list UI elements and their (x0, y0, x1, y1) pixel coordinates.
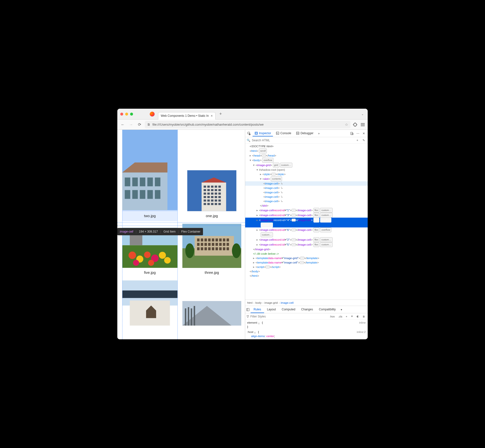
new-tab-button[interactable]: + (219, 111, 222, 117)
image-cell[interactable]: one.jpg (182, 130, 241, 221)
eyedropper-icon[interactable]: ✎ (361, 138, 366, 143)
minimize-window-button[interactable] (125, 113, 128, 116)
dom-search-bar: 🔍 + ✎ (245, 137, 368, 144)
caption: five.jpg (144, 268, 156, 278)
url-text: file:///Users/myobie/src/github.com/myob… (152, 123, 343, 126)
address-bar[interactable]: 🗎 file:///Users/myobie/src/github.com/my… (145, 121, 350, 128)
breadcrumb-item[interactable]: html (247, 301, 253, 304)
tooltip-grid: Grid Item (163, 230, 175, 233)
app-menu-icon[interactable] (360, 122, 365, 127)
svg-rect-20 (204, 189, 206, 191)
add-node-icon[interactable]: + (355, 138, 360, 143)
svg-rect-33 (215, 196, 217, 198)
svg-point-54 (148, 260, 154, 266)
browser-tab[interactable]: Web Components 1 Demo • Static In × (158, 112, 216, 119)
image-one (187, 170, 236, 211)
svg-rect-26 (207, 193, 210, 195)
svg-rect-42 (211, 203, 214, 205)
svg-rect-34 (218, 196, 221, 198)
close-tab-icon[interactable]: × (211, 114, 213, 118)
svg-rect-61 (201, 238, 203, 241)
svg-rect-31 (207, 196, 210, 198)
reload-button[interactable]: ⟳ (136, 122, 142, 128)
svg-rect-44 (218, 203, 221, 205)
sidebar-toggle-icon[interactable] (245, 308, 251, 311)
rules-tab-computed[interactable]: Computed (279, 306, 298, 313)
devtools-panel: Inspector Console Debugger » ⋯ ✕ 🔍 + ✎ <… (245, 130, 368, 339)
svg-rect-24 (218, 189, 221, 191)
devtools-menu-icon[interactable]: ⋯ (355, 131, 360, 136)
image-cell[interactable] (182, 280, 241, 326)
rules-tabs: Rules Layout Computed Changes Compatibil… (245, 306, 368, 313)
caption: one.jpg (206, 211, 218, 221)
tab-console[interactable]: Console (274, 131, 293, 136)
responsive-mode-icon[interactable] (350, 131, 354, 136)
rules-tab-rules[interactable]: Rules (251, 306, 264, 313)
rules-tab-compatibility[interactable]: Compatibility (316, 306, 339, 313)
svg-rect-81 (208, 247, 211, 250)
rules-body[interactable]: inlineelement { } inline:2:host { align-… (245, 320, 368, 339)
tab-debugger[interactable]: Debugger (294, 131, 315, 136)
more-tabs-icon[interactable]: » (316, 131, 321, 136)
svg-rect-22 (211, 189, 214, 191)
svg-rect-78 (197, 247, 200, 250)
svg-rect-80 (204, 247, 207, 250)
pick-element-icon[interactable] (247, 131, 252, 136)
svg-rect-35 (204, 199, 206, 201)
tabs-dropdown-icon[interactable]: ⌄ (361, 112, 365, 116)
image-four (122, 280, 177, 326)
print-media-icon[interactable]: 🗎 (362, 315, 366, 318)
svg-rect-56 (130, 235, 142, 245)
svg-rect-104 (351, 132, 352, 135)
svg-rect-72 (208, 243, 211, 246)
cls-button[interactable]: .cls (337, 315, 343, 318)
svg-rect-66 (219, 238, 222, 241)
svg-rect-60 (197, 238, 200, 241)
rules-tab-layout[interactable]: Layout (264, 306, 279, 313)
hov-button[interactable]: :hov (329, 315, 336, 318)
svg-rect-19 (218, 185, 221, 187)
dark-scheme-icon[interactable]: ◐ (356, 314, 360, 318)
dom-tree[interactable]: <!DOCTYPE html><html>scroll▸<head>⋯</hea… (245, 144, 368, 300)
back-button[interactable]: ← (120, 122, 126, 128)
forward-button[interactable]: → (128, 122, 134, 128)
svg-rect-74 (216, 243, 218, 246)
image-cell[interactable] (122, 280, 177, 326)
svg-rect-97 (191, 308, 192, 326)
svg-rect-90 (122, 290, 177, 298)
svg-rect-65 (216, 238, 218, 241)
svg-rect-21 (207, 189, 210, 191)
svg-rect-64 (212, 238, 214, 241)
dom-search-input[interactable] (252, 139, 353, 142)
svg-rect-17 (211, 185, 214, 187)
svg-point-55 (164, 257, 171, 264)
extensions-icon[interactable] (353, 122, 358, 127)
svg-rect-105 (352, 133, 353, 135)
light-scheme-icon[interactable]: ☀ (350, 314, 354, 318)
svg-rect-32 (211, 196, 214, 198)
svg-point-53 (133, 260, 139, 266)
svg-rect-37 (211, 199, 214, 201)
devtools-toolbar: Inspector Console Debugger » ⋯ ✕ (245, 130, 368, 137)
zoom-window-button[interactable] (130, 113, 133, 116)
close-devtools-icon[interactable]: ✕ (361, 131, 366, 136)
svg-point-87 (185, 243, 194, 258)
image-six (182, 301, 241, 326)
tab-inspector[interactable]: Inspector (253, 131, 273, 136)
inspector-tooltip: image-cell | 194 × 309.317 | Grid Item |… (117, 228, 203, 235)
svg-point-88 (232, 243, 241, 258)
breadcrumb-item[interactable]: body (256, 301, 262, 304)
svg-rect-62 (204, 238, 207, 241)
bookmark-star-icon[interactable]: ☆ (345, 122, 348, 127)
filter-styles-input[interactable] (250, 315, 327, 318)
breadcrumb-item[interactable]: image-cell (281, 301, 294, 304)
rules-tabs-more-icon[interactable]: ▾ (339, 308, 344, 311)
add-rule-icon[interactable]: + (345, 315, 348, 318)
svg-rect-84 (219, 247, 222, 250)
close-window-button[interactable] (120, 113, 123, 116)
caption: two.jpg (122, 211, 177, 221)
breadcrumb-item[interactable]: image-grid (264, 301, 278, 304)
filter-icon: ▽ (247, 315, 249, 318)
image-cell[interactable]: two.jpg (122, 130, 177, 221)
rules-tab-changes[interactable]: Changes (298, 306, 316, 313)
